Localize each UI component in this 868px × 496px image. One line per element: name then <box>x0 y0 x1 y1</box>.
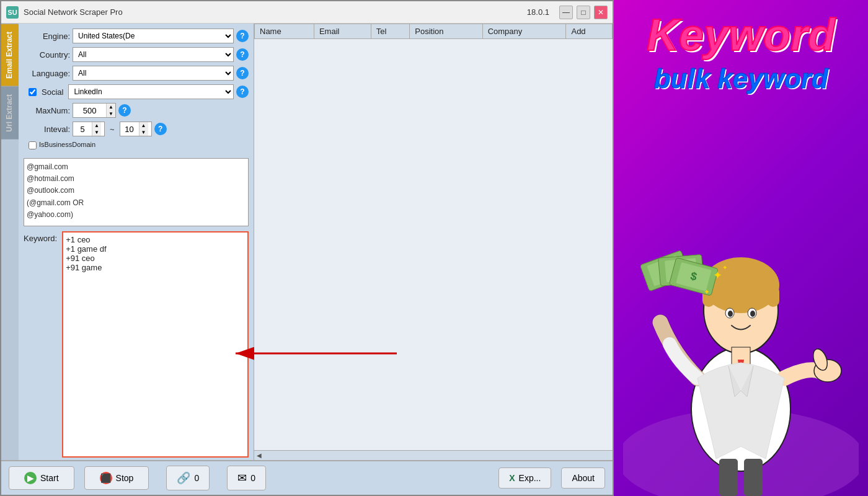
language-row: Language: All ? <box>24 66 249 81</box>
interval-min-arrows: ▲ ▼ <box>92 122 101 136</box>
col-name: Name <box>255 24 314 39</box>
country-select[interactable]: All <box>73 47 234 62</box>
form-area: Engine: United States(De ? Country: All … <box>19 24 254 156</box>
maxnum-help-button[interactable]: ? <box>118 104 131 117</box>
bulk-keyword-subtitle: bulk keyword <box>653 63 828 94</box>
engine-help-button[interactable]: ? <box>236 30 249 42</box>
language-select[interactable]: All <box>73 66 234 81</box>
stop-label: Stop <box>116 473 134 483</box>
horizontal-scrollbar[interactable]: ◀ <box>254 450 613 460</box>
app-title: Social Network Scraper Pro <box>24 7 527 17</box>
title-bar: SU Social Network Scraper Pro 18.0.1 — □… <box>1 1 613 24</box>
svg-text:✦: ✦ <box>713 269 722 281</box>
svg-rect-30 <box>744 459 763 496</box>
isbusiness-checkbox[interactable] <box>29 141 37 149</box>
engine-label: Engine: <box>24 32 70 41</box>
country-help-button[interactable]: ? <box>236 48 249 61</box>
col-position: Position <box>410 24 482 39</box>
isbusiness-label: IsBusinessDomain <box>39 140 82 149</box>
about-label: About <box>572 473 595 483</box>
language-label: Language: <box>24 69 70 78</box>
col-company: Company <box>482 24 566 39</box>
red-arrow <box>229 341 403 366</box>
email-filter-line-2: @hotmail.com <box>27 173 246 185</box>
bottom-toolbar: ▶ Start ⬛ Stop 🔗 0 ✉ 0 X Exp... About <box>1 460 613 495</box>
start-icon: ▶ <box>24 472 37 484</box>
email-filter-line-3: @outlook.com <box>27 185 246 197</box>
language-help-button[interactable]: ? <box>236 67 249 79</box>
social-help-button[interactable]: ? <box>236 86 249 98</box>
interval-max-down[interactable]: ▼ <box>140 129 148 136</box>
social-select[interactable]: LinkedIn <box>68 84 234 99</box>
table-header-row: Name Email Tel Position Company Add <box>255 24 613 39</box>
svg-text:✦: ✦ <box>722 264 727 271</box>
maxnum-up-arrow[interactable]: ▲ <box>107 104 115 110</box>
social-row: Social LinkedIn ? <box>24 84 249 99</box>
email-filter-line-1: @gmail.com <box>27 161 246 173</box>
results-table: Name Email Tel Position Company Add <box>254 24 613 39</box>
stop-button[interactable]: ⬛ Stop <box>84 466 149 490</box>
start-button[interactable]: ▶ Start <box>9 466 74 490</box>
keyword-label: Keyword: <box>24 231 57 458</box>
right-panel: Name Email Tel Position Company Add ◀ <box>254 24 613 460</box>
interval-help-button[interactable]: ? <box>154 123 167 135</box>
interval-min-up[interactable]: ▲ <box>92 122 101 129</box>
keyword-textarea[interactable]: +1 ceo +1 game df +91 ceo +91 game <box>62 231 249 458</box>
export-label: Exp... <box>519 473 541 483</box>
tab-email-extract[interactable]: Email Extract <box>1 24 19 86</box>
social-label: Social <box>42 87 63 97</box>
col-tel: Tel <box>371 24 409 39</box>
app-window: SU Social Network Scraper Pro 18.0.1 — □… <box>0 0 614 496</box>
maxnum-input[interactable] <box>73 106 106 115</box>
social-checkbox[interactable] <box>29 88 37 96</box>
interval-max-up[interactable]: ▲ <box>140 122 148 129</box>
app-icon: SU <box>6 6 19 19</box>
svg-point-11 <box>750 311 755 317</box>
stop-icon: ⬛ <box>100 472 112 484</box>
start-label: Start <box>40 473 59 483</box>
isbusiness-row: IsBusinessDomain <box>24 140 249 149</box>
scroll-left-button[interactable]: ◀ <box>257 452 262 459</box>
table-area: Name Email Tel Position Company Add <box>254 24 613 450</box>
interval-min-down[interactable]: ▼ <box>92 129 101 136</box>
interval-min-spinbox: ▲ ▼ <box>73 122 105 136</box>
maxnum-spinbox: ▲ ▼ <box>73 103 116 118</box>
interval-separator: ~ <box>107 125 117 134</box>
email-filter-line-5: @yahoo.com) <box>27 209 246 221</box>
close-button[interactable]: ✕ <box>594 6 608 19</box>
email-count-button[interactable]: ✉ 0 <box>227 466 266 490</box>
svg-text:✦: ✦ <box>704 288 710 296</box>
link-count-button[interactable]: 🔗 0 <box>166 466 210 490</box>
keyword-section: Keyword: +1 ceo +1 game df +91 ceo +91 g… <box>24 231 249 458</box>
email-icon: ✉ <box>237 471 247 485</box>
col-add: Add <box>566 24 613 39</box>
tab-url-extract[interactable]: Url Extract <box>1 86 19 140</box>
email-filter-line-4: (@gmail.com OR <box>27 197 246 209</box>
email-filter-area[interactable]: @gmail.com @hotmail.com @outlook.com (@g… <box>24 158 249 226</box>
window-controls: — □ ✕ <box>559 6 608 19</box>
email-count: 0 <box>250 473 255 483</box>
svg-rect-7 <box>767 285 779 307</box>
engine-select[interactable]: United States(De <box>73 29 234 43</box>
interval-row: Inteval: ▲ ▼ ~ ▲ ▼ <box>24 122 249 136</box>
interval-label: Inteval: <box>24 125 70 134</box>
interval-min-input[interactable] <box>73 125 92 134</box>
right-decorative-panel: Keyword bulk keyword <box>614 0 868 496</box>
svg-rect-29 <box>719 459 738 496</box>
link-count: 0 <box>194 473 199 483</box>
interval-max-input[interactable] <box>120 125 139 134</box>
app-version: 18.0.1 <box>527 7 549 17</box>
maxnum-down-arrow[interactable]: ▼ <box>107 110 115 117</box>
maxnum-row: MaxNum: ▲ ▼ ? <box>24 103 249 118</box>
export-button[interactable]: X Exp... <box>498 467 551 489</box>
maxnum-arrows: ▲ ▼ <box>106 104 115 117</box>
left-panel: Engine: United States(De ? Country: All … <box>19 24 254 460</box>
about-button[interactable]: About <box>561 467 605 489</box>
svg-point-10 <box>728 311 733 317</box>
minimize-button[interactable]: — <box>559 6 573 19</box>
character-illustration: $ $ $ ✦ ✦ ✦ <box>614 198 868 496</box>
main-content: Email Extract Url Extract Engine: United… <box>1 24 613 460</box>
side-tabs: Email Extract Url Extract <box>1 24 19 460</box>
maximize-button[interactable]: □ <box>577 6 590 19</box>
maxnum-label: MaxNum: <box>24 106 70 115</box>
